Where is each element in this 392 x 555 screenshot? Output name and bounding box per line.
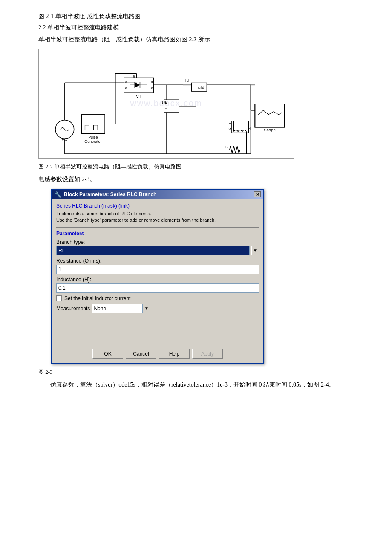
svg-text:+: +: [229, 121, 231, 126]
ok-underline: O: [104, 351, 108, 357]
svg-text:Id: Id: [198, 86, 201, 90]
fig23-intro: 电感参数设置如 2-3。: [38, 175, 362, 184]
resistance-input[interactable]: [56, 265, 259, 274]
measurements-input[interactable]: [92, 304, 143, 313]
dialog-spacer: [56, 316, 259, 341]
svg-text:k: k: [151, 87, 153, 90]
ok-label-rest: K: [108, 351, 112, 357]
dialog-link[interactable]: Series RLC Branch (mask) (link): [56, 203, 259, 209]
ok-button-label: OK: [104, 351, 111, 357]
inductance-label: Inductance (H):: [56, 277, 259, 283]
svg-text:Scope: Scope: [264, 128, 276, 133]
branch-type-dropdown-arrow[interactable]: ▼: [251, 246, 259, 255]
dialog-separator1: [56, 227, 259, 228]
dialog-title-icon: 🔧: [55, 191, 61, 198]
svg-text:VT: VT: [136, 94, 141, 98]
svg-text:g: g: [133, 74, 135, 78]
svg-text:Pulse: Pulse: [88, 136, 98, 140]
measurements-dropdown-arrow[interactable]: ▼: [143, 304, 150, 313]
fig23-caption: 图 2-3: [38, 368, 362, 376]
dialog-title-text: Block Parameters: Series RLC Branch: [64, 191, 156, 197]
initial-current-checkbox[interactable]: [56, 295, 62, 301]
measurements-row: Measurements ▼: [56, 304, 259, 313]
svg-rect-40: [255, 104, 284, 127]
dialog-desc-line1: Implements a series branch of RLC elemen…: [56, 211, 151, 216]
svg-rect-3: [82, 115, 105, 134]
cancel-button-label: Cancel: [133, 351, 149, 357]
dialog-titlebar-left: 🔧 Block Parameters: Series RLC Branch: [55, 191, 156, 198]
apply-button[interactable]: Apply: [192, 349, 223, 359]
cancel-underline: C: [133, 351, 137, 357]
svg-text:a: a: [125, 80, 127, 84]
sim-params-text: 仿真参数，算法（solver）ode15s，相对误差（relativetoler…: [38, 380, 362, 390]
dialog-params-label: Parameters: [56, 231, 259, 237]
branch-type-row: RL ▼: [56, 246, 259, 255]
circuit-diagram-fig22: www.bdocx.com AC Pulse Generator VT a m …: [38, 49, 362, 159]
branch-type-select[interactable]: RL: [56, 246, 250, 255]
resistance-label: Resistance (Ohms):: [56, 258, 259, 264]
help-label-rest: elp: [173, 351, 179, 357]
fig21-caption: 图 2-1 单相半波阻-感性负载整流电路图: [38, 13, 362, 20]
svg-text:m: m: [151, 80, 154, 84]
apply-button-label: Apply: [201, 351, 214, 357]
dialog-desc-line2: Use the 'Branch type' parameter to add o…: [56, 217, 216, 223]
svg-text:+: +: [165, 101, 167, 106]
branch-type-label: Branch type:: [56, 239, 259, 245]
svg-text:Generator: Generator: [84, 140, 101, 144]
svg-rect-54: [255, 104, 284, 127]
section22-intro: 单相半波可控整流电路（阻—感性负载）仿真电路图如图 2.2 所示: [38, 35, 362, 44]
inductance-input[interactable]: [56, 283, 259, 293]
measurements-label: Measurements: [56, 306, 90, 312]
svg-text:R: R: [225, 145, 228, 150]
dialog-close-button[interactable]: ✕: [254, 191, 261, 197]
initial-current-label: Set the initial inductor current: [64, 295, 130, 301]
help-button-label: Help: [169, 351, 180, 357]
svg-text:-: -: [165, 106, 167, 110]
svg-text:Ud: Ud: [246, 127, 251, 131]
section22-title: 2.2 单相半波可控整流电路建模: [38, 24, 362, 32]
dialog-body: Series RLC Branch (mask) (link) Implemen…: [52, 199, 263, 345]
svg-text:Id: Id: [185, 78, 189, 83]
fig22-caption: 图 2-2 单相半波可控整流电路（阻—感性负载）仿真电路图: [38, 163, 362, 171]
cancel-label-rest: ancel: [137, 351, 149, 357]
initial-current-checkbox-row[interactable]: Set the initial inductor current: [56, 295, 259, 301]
block-parameters-dialog: 🔧 Block Parameters: Series RLC Branch ✕ …: [51, 189, 264, 364]
svg-text:+: +: [195, 86, 197, 90]
svg-text:v: v: [229, 127, 231, 131]
dialog-titlebar: 🔧 Block Parameters: Series RLC Branch ✕: [52, 190, 263, 199]
ok-button[interactable]: OK: [92, 349, 123, 359]
svg-marker-12: [135, 82, 140, 88]
dialog-buttons-row: OK Cancel Help Apply: [52, 345, 263, 363]
cancel-button[interactable]: Cancel: [126, 349, 156, 359]
help-button[interactable]: Help: [159, 349, 190, 359]
svg-text:a: a: [125, 87, 127, 90]
dialog-description: Implements a series branch of RLC elemen…: [56, 211, 259, 224]
